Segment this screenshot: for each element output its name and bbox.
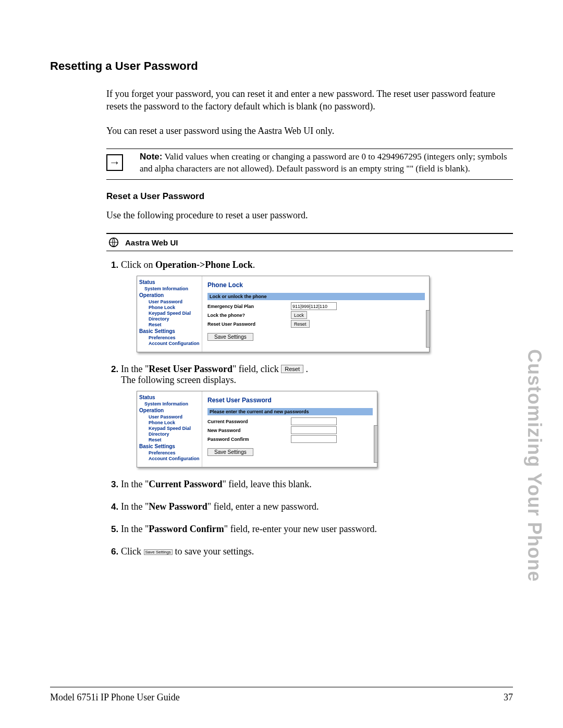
side-userpw: User Password — [149, 299, 202, 304]
step-2: In the "Reset User Password" field, clic… — [121, 364, 308, 385]
aastra-web-ui-header: Aastra Web UI — [106, 233, 513, 251]
panel1-r2-label: Lock the phone? — [207, 313, 291, 318]
save-settings-button-2[interactable]: Save Settings — [207, 448, 253, 456]
panel1-r1-label: Emergency Dial Plan — [207, 304, 291, 309]
side-directory: Directory — [149, 316, 202, 322]
step-3: In the "Current Password" field, leave t… — [121, 479, 312, 489]
panel1-band: Lock or unlock the phone — [207, 293, 425, 300]
note-label: Note: — [140, 152, 162, 162]
sub-heading: Reset a User Password — [106, 191, 513, 202]
panel1-r3-label: Reset User Password — [207, 322, 291, 327]
step-5: In the "Password Confirm" field, re-ente… — [121, 524, 377, 534]
note-body: Valid values when creating or changing a… — [140, 152, 507, 174]
panel1-title: Phone Lock — [207, 281, 425, 289]
side-reset: Reset — [149, 322, 202, 327]
footer-left: Model 6751i IP Phone User Guide — [50, 692, 180, 703]
page-heading: Resetting a User Password — [50, 59, 513, 73]
panel2-r1-label: Current Password — [207, 419, 291, 424]
globe-icon — [108, 237, 119, 248]
panel2-r3-label: Password Confirm — [207, 437, 291, 442]
reset-inline-button: Reset — [281, 365, 303, 373]
new-password-input[interactable] — [291, 426, 337, 434]
phone-lock-screenshot: Status System Information Operation User… — [137, 276, 430, 352]
side-pref: Preferences — [149, 335, 202, 340]
arrow-right-icon: → — [106, 154, 123, 171]
panel2-title: Reset User Password — [207, 397, 373, 404]
aastra-web-ui-label: Aastra Web UI — [125, 238, 178, 247]
step-4: In the "New Password" field, enter a new… — [121, 501, 319, 512]
footer-page-number: 37 — [504, 692, 513, 703]
emergency-dial-input[interactable] — [291, 302, 337, 310]
side-status: Status — [139, 279, 202, 285]
side-sysinfo: System Information — [144, 286, 202, 291]
side-acct: Account Configuration — [149, 341, 202, 346]
panel2-r2-label: New Password — [207, 428, 291, 433]
side-phonelock: Phone Lock — [149, 305, 202, 310]
note-block: → Note: Valid values when creating or ch… — [106, 149, 513, 177]
step-6: Click Save Settings to save your setting… — [121, 546, 254, 557]
panel2-band: Please enter the current and new passwor… — [207, 408, 373, 415]
intro-para-2: You can reset a user password using the … — [106, 125, 513, 137]
save-settings-button[interactable]: Save Settings — [207, 333, 253, 341]
confirm-password-input[interactable] — [291, 435, 337, 443]
reset-button[interactable]: Reset — [291, 320, 310, 328]
intro-para-1: If you forget your password, you can res… — [106, 88, 513, 113]
side-ksd: Keypad Speed Dial — [149, 311, 202, 316]
side-bs: Basic Settings — [139, 328, 202, 334]
side-operation: Operation — [139, 292, 202, 298]
step-1: Click on Operation->Phone Lock. — [121, 260, 255, 270]
current-password-input[interactable] — [291, 417, 337, 425]
sub-intro: Use the following procedure to reset a u… — [106, 209, 513, 221]
chapter-side-label: Customizing Your Phone — [523, 349, 545, 582]
reset-password-screenshot: Status System Information Operation User… — [137, 391, 377, 467]
lock-button[interactable]: Lock — [291, 311, 307, 319]
save-settings-inline-button: Save Settings — [144, 549, 173, 555]
